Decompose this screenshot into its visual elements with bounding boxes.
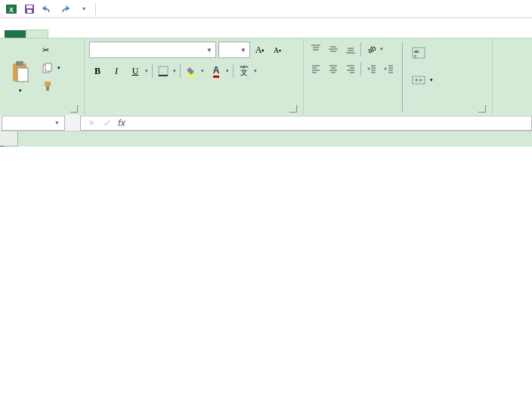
svg-text:c: c bbox=[414, 54, 416, 58]
svg-rect-10 bbox=[45, 82, 51, 86]
borders-button[interactable]: ▾ bbox=[155, 63, 178, 79]
save-icon[interactable] bbox=[21, 2, 38, 17]
align-top-icon[interactable] bbox=[308, 42, 323, 57]
merge-center-button[interactable]: ▾ bbox=[409, 69, 436, 91]
tab-home[interactable] bbox=[26, 29, 48, 38]
formula-bar-row: ▼ × ✓ fx bbox=[0, 115, 532, 131]
align-right-icon[interactable] bbox=[343, 61, 358, 76]
align-left-icon[interactable] bbox=[308, 61, 323, 76]
font-dialog-launcher[interactable] bbox=[289, 105, 297, 113]
cut-button[interactable]: ✂ bbox=[39, 42, 63, 58]
alignment-group-label bbox=[308, 112, 487, 115]
wrap-icon: abc bbox=[412, 46, 425, 60]
svg-rect-6 bbox=[16, 61, 23, 66]
format-painter-button[interactable] bbox=[39, 78, 63, 94]
orientation-button[interactable]: ab▾ bbox=[363, 42, 385, 57]
svg-rect-11 bbox=[46, 86, 49, 91]
tab-insert[interactable] bbox=[48, 30, 70, 38]
scissors-icon: ✂ bbox=[42, 45, 49, 55]
tab-data[interactable] bbox=[112, 30, 133, 38]
tab-vault[interactable] bbox=[175, 30, 196, 38]
select-all-corner[interactable] bbox=[0, 131, 18, 147]
tab-formulas[interactable] bbox=[91, 30, 112, 38]
font-name-dropdown[interactable]: ▼ bbox=[89, 42, 216, 58]
fill-color-button[interactable]: ▾ bbox=[183, 63, 206, 79]
increase-font-icon[interactable]: A▴ bbox=[252, 42, 268, 57]
chevron-down-icon: ▼ bbox=[54, 120, 60, 125]
group-alignment: ab▾ abc bbox=[304, 39, 493, 115]
qat-customize-icon[interactable]: ▾ bbox=[76, 2, 92, 17]
svg-rect-48 bbox=[413, 76, 425, 84]
copy-icon bbox=[42, 63, 53, 73]
excel-icon: X bbox=[3, 2, 20, 17]
alignment-dialog-launcher[interactable] bbox=[478, 105, 486, 113]
svg-rect-3 bbox=[26, 5, 32, 8]
bold-button[interactable]: B bbox=[89, 63, 106, 79]
chevron-down-icon: ▼ bbox=[206, 47, 212, 54]
font-size-dropdown[interactable]: ▼ bbox=[218, 42, 250, 58]
increase-indent-icon[interactable] bbox=[381, 61, 396, 76]
phonetic-button[interactable]: 文wén▾ bbox=[236, 63, 258, 79]
paste-button[interactable]: ▾ bbox=[5, 42, 36, 112]
worksheet-grid[interactable] bbox=[0, 131, 532, 147]
chevron-down-icon: ▼ bbox=[240, 47, 246, 54]
svg-rect-14 bbox=[187, 75, 196, 76]
formula-bar[interactable]: × ✓ fx bbox=[80, 116, 532, 131]
font-color-button[interactable]: A▾ bbox=[208, 63, 230, 79]
svg-rect-9 bbox=[45, 63, 51, 71]
wrap-text-button[interactable]: abc bbox=[409, 42, 436, 64]
copy-button[interactable]: ▾ bbox=[39, 60, 63, 76]
tab-view[interactable] bbox=[154, 30, 175, 38]
name-box[interactable]: ▼ bbox=[2, 116, 65, 131]
cancel-formula-icon[interactable]: × bbox=[84, 118, 99, 128]
redo-icon[interactable] bbox=[57, 2, 74, 17]
merge-icon bbox=[412, 73, 425, 87]
brush-icon bbox=[42, 81, 53, 91]
ribbon-tabs bbox=[0, 18, 532, 38]
undo-icon[interactable] bbox=[39, 2, 56, 17]
align-middle-icon[interactable] bbox=[326, 42, 341, 57]
separator bbox=[95, 3, 96, 15]
ribbon: ▾ ✂ ▾ bbox=[0, 38, 532, 115]
clipboard-group-label bbox=[5, 112, 79, 115]
enter-formula-icon[interactable]: ✓ bbox=[99, 118, 114, 128]
align-center-icon[interactable] bbox=[326, 61, 341, 76]
svg-text:X: X bbox=[9, 6, 14, 14]
decrease-indent-icon[interactable] bbox=[363, 61, 379, 76]
fx-icon[interactable]: fx bbox=[114, 118, 129, 128]
quick-access-toolbar: X ▾ bbox=[0, 0, 532, 18]
tab-review[interactable] bbox=[133, 30, 154, 38]
svg-rect-7 bbox=[17, 68, 28, 82]
group-clipboard: ▾ ✂ ▾ bbox=[0, 39, 85, 115]
svg-rect-12 bbox=[159, 66, 168, 76]
clipboard-dialog-launcher[interactable] bbox=[70, 105, 78, 113]
svg-rect-4 bbox=[27, 10, 32, 13]
underline-button[interactable]: U▾ bbox=[127, 63, 150, 79]
italic-button[interactable]: I bbox=[108, 63, 125, 79]
group-font: ▼ ▼ A▴ A▾ B I U▾ ▾ ▾ A▾ 文wén▾ bbox=[85, 39, 304, 115]
decrease-font-icon[interactable]: A▾ bbox=[270, 42, 285, 57]
font-group-label bbox=[89, 112, 298, 115]
align-bottom-icon[interactable] bbox=[343, 42, 358, 57]
tab-file[interactable] bbox=[5, 30, 26, 38]
svg-text:ab: ab bbox=[366, 44, 376, 54]
tab-page-layout[interactable] bbox=[70, 30, 91, 38]
